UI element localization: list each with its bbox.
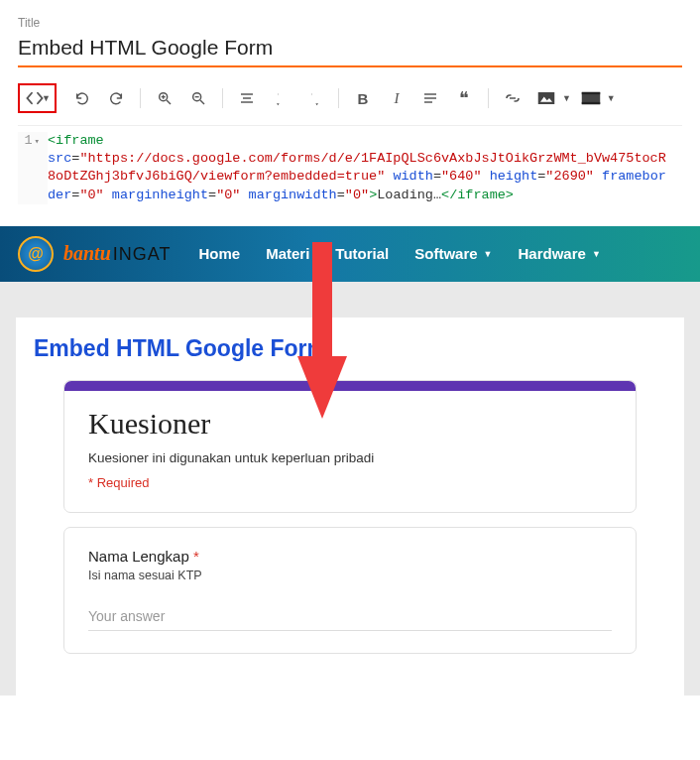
quote-icon[interactable]: ❝ xyxy=(450,84,478,112)
form-required-note: * Required xyxy=(88,475,612,490)
svg-rect-13 xyxy=(538,92,555,104)
question-label: Nama Lengkap * xyxy=(88,548,612,565)
ltr-icon[interactable] xyxy=(267,84,294,112)
link-icon[interactable] xyxy=(499,84,526,112)
required-asterisk: * xyxy=(193,548,199,565)
image-icon[interactable] xyxy=(532,84,560,112)
align-icon[interactable] xyxy=(233,84,261,112)
svg-rect-17 xyxy=(582,102,600,104)
chevron-down-icon[interactable]: ▼ xyxy=(562,93,571,103)
toolbar-separator xyxy=(488,88,489,108)
site-navbar: @ bantuINGAT Home Materi Tutorial Softwa… xyxy=(0,226,700,282)
page-card: Embed HTML Google Form Kuesioner Kuesion… xyxy=(16,317,684,696)
bold-icon[interactable]: B xyxy=(349,84,377,112)
italic-icon[interactable]: I xyxy=(383,84,410,112)
undo-icon[interactable] xyxy=(68,84,96,112)
toolbar-separator xyxy=(222,88,223,108)
svg-rect-16 xyxy=(582,92,600,94)
strikethrough-icon[interactable] xyxy=(416,84,444,112)
form-header-card: Kuesioner Kuesioner ini digunakan untuk … xyxy=(63,380,637,513)
title-input[interactable] xyxy=(18,36,682,60)
chevron-down-icon: ▼ xyxy=(484,249,493,259)
nav-hardware[interactable]: Hardware▼ xyxy=(519,245,601,262)
zoom-out-icon[interactable] xyxy=(184,84,212,112)
nav-tutorial[interactable]: Tutorial xyxy=(335,245,389,262)
question-hint: Isi nama sesuai KTP xyxy=(88,569,612,582)
brand-text[interactable]: bantuINGAT xyxy=(63,242,171,265)
nav-software[interactable]: Software▼ xyxy=(414,245,492,262)
nav-materi[interactable]: Materi xyxy=(266,245,309,262)
video-icon[interactable] xyxy=(577,84,605,112)
answer-input[interactable] xyxy=(88,604,612,631)
title-field-label: Title xyxy=(18,16,682,30)
svg-line-1 xyxy=(167,100,171,104)
redo-icon[interactable] xyxy=(102,84,130,112)
html-mode-highlight: ▼ xyxy=(18,83,57,113)
line-gutter: 1▾ xyxy=(18,132,48,204)
embedded-google-form: Kuesioner Kuesioner ini digunakan untuk … xyxy=(63,380,637,654)
brand-badge-icon[interactable]: @ xyxy=(18,236,54,272)
code-editor[interactable]: 1▾ <iframe src="https://docs.google.com/… xyxy=(18,125,682,204)
form-description: Kuesioner ini digunakan untuk keperluan … xyxy=(88,450,612,465)
chevron-down-icon[interactable]: ▼ xyxy=(607,93,616,103)
editor-toolbar: ▼ B I ❝ xyxy=(18,81,682,123)
chevron-down-icon: ▼ xyxy=(592,249,601,259)
form-accent-bar xyxy=(64,381,636,391)
form-question-card: Nama Lengkap * Isi nama sesuai KTP xyxy=(63,527,637,654)
zoom-in-icon[interactable] xyxy=(151,84,178,112)
toolbar-separator xyxy=(338,88,339,108)
rtl-icon[interactable] xyxy=(300,84,328,112)
chevron-down-icon[interactable]: ▼ xyxy=(42,93,51,103)
nav-home[interactable]: Home xyxy=(198,245,240,262)
page-title: Embed HTML Google Form xyxy=(34,335,666,362)
form-title: Kuesioner xyxy=(88,407,612,441)
code-content[interactable]: <iframe src="https://docs.google.com/for… xyxy=(48,132,682,204)
toolbar-separator xyxy=(140,88,141,108)
svg-line-5 xyxy=(200,100,204,104)
